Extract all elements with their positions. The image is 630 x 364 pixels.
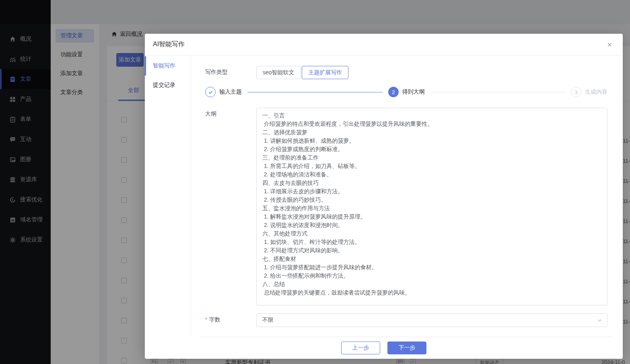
modal-title: AI智能写作	[153, 40, 185, 49]
required-asterisk: *	[205, 316, 207, 323]
outline-row: 大纲 一、引言 介绍菠萝的特点和受欢迎程度，引出处理菠萝以提升风味的重要性。 二…	[205, 108, 607, 305]
modal-content: 写作类型 seo智能软文 主题扩展写作 输入主题 2 得到大纲 3 生成内容	[191, 55, 623, 337]
step-connector	[247, 92, 383, 92]
steps-indicator: 输入主题 2 得到大纲 3 生成内容	[205, 87, 607, 97]
outline-label: 大纲	[205, 108, 256, 305]
modal-tabs: 智能写作 提交记录	[145, 55, 191, 337]
type-option-topic-expansion[interactable]: 主题扩展写作	[302, 66, 348, 79]
word-count-value: 不限	[262, 317, 274, 324]
tab-label: 提交记录	[153, 82, 175, 89]
step3-label: 生成内容	[585, 88, 607, 96]
modal-footer: 上一步 下一步	[145, 337, 623, 359]
step1-check-icon	[205, 87, 216, 97]
step3-number: 3	[571, 87, 581, 97]
writing-type-row: 写作类型 seo智能软文 主题扩展写作	[205, 66, 607, 79]
step2-number: 2	[388, 87, 399, 97]
tab-label: 智能写作	[153, 62, 175, 70]
modal-body: 智能写作 提交记录 写作类型 seo智能软文 主题扩展写作 输入主题 2 得到大…	[145, 55, 623, 337]
modal-header: AI智能写作 ×	[145, 34, 623, 55]
type-option-seo[interactable]: seo智能软文	[256, 66, 301, 79]
tab-smart-writing[interactable]: 智能写作	[145, 56, 191, 76]
previous-step-button[interactable]: 上一步	[341, 342, 380, 354]
outline-textarea[interactable]: 一、引言 介绍菠萝的特点和受欢迎程度，引出处理菠萝以提升风味的重要性。 二、选择…	[256, 108, 607, 305]
ai-writing-modal: AI智能写作 × 智能写作 提交记录 写作类型 seo智能软文 主题扩展写作 输…	[145, 34, 623, 359]
tab-submission-records[interactable]: 提交记录	[145, 76, 191, 95]
close-icon[interactable]: ×	[604, 39, 615, 50]
step-connector	[430, 92, 566, 92]
chevron-down-icon	[597, 318, 602, 323]
writing-type-options: seo智能软文 主题扩展写作	[256, 66, 607, 79]
writing-type-label: 写作类型	[205, 66, 256, 79]
step1-label: 输入主题	[219, 88, 242, 96]
step2-label: 得到大纲	[402, 88, 425, 96]
word-count-row: *字数 不限	[205, 313, 607, 327]
word-count-label-text: 字数	[209, 316, 220, 323]
word-count-select[interactable]: 不限	[256, 313, 607, 327]
word-count-label: *字数	[205, 313, 256, 327]
next-step-button[interactable]: 下一步	[387, 342, 426, 354]
